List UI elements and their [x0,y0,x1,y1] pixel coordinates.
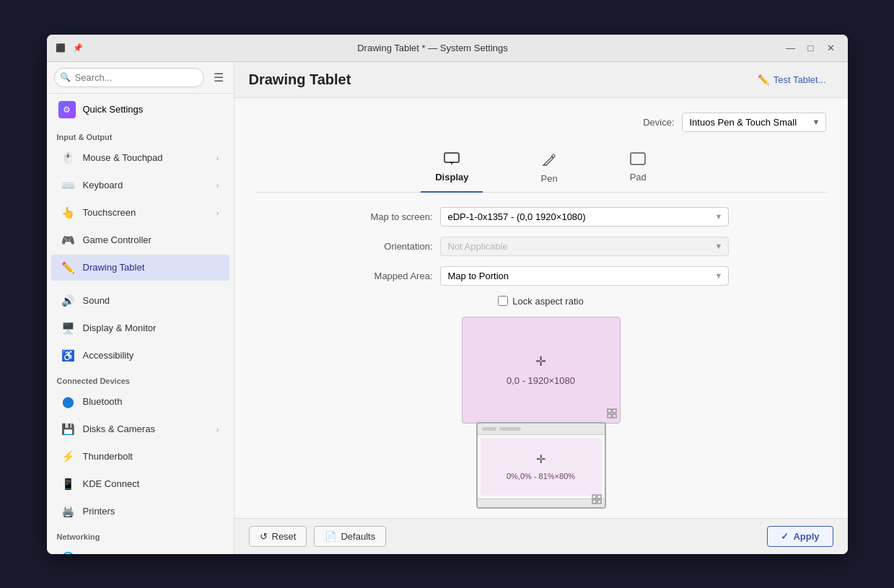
tablet-inner-area[interactable]: ✛ 0%,0% - 81%×80% [481,438,602,496]
pad-tab-icon [630,152,646,169]
tablet-area-label: 0%,0% - 81%×80% [507,472,575,481]
map-to-screen-dropdown-wrap: eDP-1-0x1357 - (0,0 1920×1080) ▼ [440,207,729,227]
display-resize-handle[interactable] [607,410,617,420]
wifi-icon: 🌐 [61,550,76,554]
pin-icon[interactable]: 📌 [71,41,84,54]
wifi-chevron-icon: › [216,553,219,554]
orientation-dropdown[interactable]: Not Applicable [440,237,729,256]
search-input[interactable] [54,68,204,87]
sidebar-item-game-controller[interactable]: 🎮 Game Controller [51,227,229,253]
svg-rect-12 [597,500,601,504]
search-wrap: 🔍 [54,68,205,87]
content-body: Device: Intuos Pen & Touch Small ▼ [235,98,848,518]
display-area-label: 0,0 - 1920×1080 [507,375,575,386]
kde-connect-label: KDE Connect [83,478,219,489]
svg-rect-7 [608,414,611,418]
tab-pen[interactable]: Pen [526,146,571,193]
resize-icon [607,408,617,421]
mapped-area-label: Mapped Area: [354,271,433,281]
defaults-label: Defaults [341,531,375,542]
sidebar-item-wifi[interactable]: 🌐 Wi-Fi & Internet › [51,545,229,554]
settings-area: Map to screen: eDP-1-0x1357 - (0,0 1920×… [354,207,729,509]
section-header-input-output: Input & Output [47,126,234,144]
display-area-rect[interactable]: ✛ 0,0 - 1920×1080 [462,317,621,424]
bluetooth-icon: ⬤ [61,395,76,409]
sidebar-item-sound[interactable]: 🔊 Sound [51,288,229,314]
titlebar-title: Drawing Tablet * — System Settings [84,43,781,53]
sidebar-item-disks-cameras[interactable]: 💾 Disks & Cameras › [51,416,229,442]
display-tab-label: Display [435,172,468,183]
test-tablet-icon: ✏️ [758,74,769,85]
page-title: Drawing Tablet [249,71,351,88]
svg-rect-4 [631,153,645,164]
sidebar-item-bluetooth[interactable]: ⬤ Bluetooth [51,389,229,415]
display-move-icon: ✛ [535,354,546,369]
close-button[interactable]: ✕ [822,38,841,57]
tablet-top-bar-dot1 [482,427,496,431]
device-dropdown-wrap: Intuos Pen & Touch Small ▼ [682,113,826,132]
search-row: 🔍 ☰ [47,62,234,94]
sidebar-item-accessibility[interactable]: ♿ Accessibility [51,343,229,369]
device-dropdown[interactable]: Intuos Pen & Touch Small [682,113,826,132]
sidebar-item-mouse[interactable]: 🖱️ Mouse & Touchpad › [51,145,229,171]
test-tablet-button[interactable]: ✏️ Test Tablet... [750,71,833,89]
content-panel: Drawing Tablet ✏️ Test Tablet... Device:… [235,62,848,554]
sidebar-item-thunderbolt[interactable]: ⚡ Thunderbolt [51,444,229,470]
defaults-icon: 📄 [325,531,336,542]
accessibility-label: Accessibility [83,350,219,361]
tablet-top-bar-dot2 [499,427,521,431]
sidebar-item-kde-connect[interactable]: 📱 KDE Connect [51,471,229,497]
sidebar-item-printers[interactable]: 🖨️ Printers [51,499,229,525]
disks-cameras-chevron-icon: › [216,425,219,434]
tablet-move-icon: ✛ [536,452,545,466]
content-header: Drawing Tablet ✏️ Test Tablet... [235,62,848,98]
tab-display[interactable]: Display [421,146,483,193]
tablet-outer-rect[interactable]: ✛ 0%,0% - 81%×80% [476,422,606,509]
minimize-button[interactable]: — [781,38,800,57]
main-layout: 🔍 ☰ ⚙ Quick Settings Input & Output 🖱️ M… [47,62,848,554]
sound-label: Sound [83,295,219,306]
section-header-connected-devices: Connected Devices [47,369,234,388]
sidebar-item-quick-settings[interactable]: ⚙ Quick Settings [51,95,229,124]
display-monitor-icon: 🖥️ [61,321,76,335]
apply-button[interactable]: ✓ Apply [767,526,833,547]
display-monitor-label: Display & Monitor [83,322,219,333]
hamburger-button[interactable]: ☰ [211,69,227,86]
svg-rect-5 [608,409,611,413]
sidebar-item-display-monitor[interactable]: 🖥️ Display & Monitor [51,315,229,341]
disks-cameras-icon: 💾 [61,422,76,436]
bottom-bar: ↺ Reset 📄 Defaults ✓ Apply [235,518,848,554]
svg-rect-0 [444,153,459,162]
sidebar: 🔍 ☰ ⚙ Quick Settings Input & Output 🖱️ M… [47,62,235,554]
sidebar-item-keyboard[interactable]: ⌨️ Keyboard › [51,172,229,198]
drawing-tablet-label: Drawing Tablet [83,262,219,273]
svg-rect-10 [597,495,601,499]
mouse-icon: 🖱️ [61,151,76,165]
search-icon: 🔍 [60,72,71,82]
display-tab-icon [444,152,460,169]
wifi-label: Wi-Fi & Internet [83,552,209,554]
reset-label: Reset [272,531,297,542]
tab-pad[interactable]: Pad [615,146,661,193]
sidebar-item-drawing-tablet[interactable]: ✏️ Drawing Tablet [51,255,229,281]
lock-aspect-ratio-label[interactable]: Lock aspect ratio [512,296,583,307]
tablet-top-bar [478,424,605,435]
lock-aspect-ratio-checkbox[interactable] [498,296,508,306]
orientation-label: Orientation: [354,241,433,252]
map-to-screen-dropdown[interactable]: eDP-1-0x1357 - (0,0 1920×1080) [440,207,729,227]
reset-button[interactable]: ↺ Reset [249,526,307,547]
mapped-area-dropdown[interactable]: Map to Full Area Map to Portion [440,266,729,286]
tabs-row: Display Pen [256,146,826,193]
defaults-button[interactable]: 📄 Defaults [314,526,386,547]
orientation-dropdown-wrap: Not Applicable ▼ [440,237,729,256]
touchscreen-chevron-icon: › [216,209,219,217]
maximize-button[interactable]: □ [802,38,820,57]
keyboard-icon: ⌨️ [61,178,76,193]
tablet-resize-handle[interactable] [592,494,602,504]
apply-icon: ✓ [781,531,789,542]
sidebar-item-touchscreen[interactable]: 👆 Touchscreen › [51,200,229,226]
bottom-left-buttons: ↺ Reset 📄 Defaults [249,526,387,547]
window-menu-icon[interactable]: ⬛ [54,41,67,54]
quick-settings-icon: ⚙ [58,101,76,118]
pad-tab-label: Pad [630,172,647,183]
